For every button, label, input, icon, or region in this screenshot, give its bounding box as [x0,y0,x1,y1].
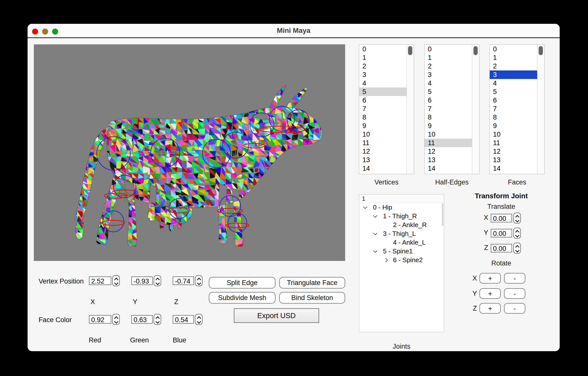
list-item[interactable]: 7 [359,105,407,113]
tree-item[interactable]: 4 - Ankle_L [359,238,444,247]
stepper-down-icon[interactable] [515,248,520,253]
stepper-down-icon[interactable] [114,281,119,285]
scrollbar-thumb[interactable] [539,46,543,55]
rotate-z-minus-button[interactable]: - [504,303,525,314]
list-item[interactable]: 13 [490,156,537,164]
vertices-list[interactable]: 0123456789101112131415 [359,44,414,174]
tree-item[interactable]: 3 - Thigh_L [359,229,444,238]
face-blue-field[interactable]: 0.54 [173,315,194,324]
chevron-down-icon[interactable] [363,205,367,209]
list-item[interactable]: 8 [490,113,537,122]
list-item[interactable]: 15 [425,173,472,174]
list-item[interactable]: 2 [425,62,472,70]
list-item[interactable]: 15 [359,173,407,174]
list-item[interactable]: 6 [359,96,407,105]
vertex-z-field[interactable]: -0.74 [173,276,194,285]
bind-skeleton-button[interactable]: Bind Skeleton [279,292,345,304]
scrollbar-thumb[interactable] [473,46,478,55]
list-item[interactable]: 9 [425,122,472,130]
stepper-down-icon[interactable] [197,281,201,285]
scrollbar-thumb[interactable] [408,46,412,55]
tree-scrollbar[interactable] [442,203,443,226]
list-item[interactable]: 10 [490,130,537,139]
tree-item[interactable]: 0 - Hip [359,203,444,212]
face-blue-stepper[interactable] [195,314,203,325]
list-item[interactable]: 10 [425,130,472,139]
list-item[interactable]: 11 [359,139,407,147]
stepper-down-icon[interactable] [197,320,201,324]
half-edges-scrollbar[interactable] [472,45,479,174]
vertex-y-stepper[interactable] [154,275,161,286]
list-item[interactable]: 7 [425,105,472,113]
list-item[interactable]: 3 [490,70,537,79]
face-red-stepper[interactable] [112,314,120,325]
rotate-y-minus-button[interactable]: - [504,288,525,299]
viewport-3d[interactable] [34,44,345,261]
joints-tree[interactable]: 1 0 - Hip1 - Thigh_R2 - Ankle_R3 - Thigh… [359,194,444,332]
list-item[interactable]: 5 [359,87,407,96]
list-item[interactable]: 14 [490,164,537,173]
tree-item[interactable]: 6 - Spine2 [359,256,444,264]
list-item[interactable]: 5 [425,87,472,96]
triangulate-face-button[interactable]: Triangulate Face [279,277,345,289]
vertex-x-stepper[interactable] [112,275,120,286]
list-item[interactable]: 5 [490,87,537,96]
list-item[interactable]: 13 [425,156,472,164]
translate-y-field[interactable]: 0.00 [491,229,512,237]
list-item[interactable]: 2 [359,62,407,70]
chevron-down-icon[interactable] [373,231,377,235]
list-item[interactable]: 0 [490,45,537,53]
tree-item[interactable]: 1 - Thigh_R [359,212,444,221]
vertex-y-field[interactable]: -0.93 [131,276,153,285]
list-item[interactable]: 8 [359,113,407,122]
list-item[interactable]: 15 [490,173,537,174]
translate-x-field[interactable]: 0.00 [491,214,512,222]
list-item[interactable]: 0 [425,45,472,53]
list-item[interactable]: 1 [425,53,472,62]
face-red-field[interactable]: 0.92 [89,315,111,324]
vertices-scrollbar[interactable] [407,45,414,174]
subdivide-mesh-button[interactable]: Subdivide Mesh [209,292,275,304]
list-item[interactable]: 12 [425,147,472,156]
face-green-stepper[interactable] [154,314,161,325]
list-item[interactable]: 4 [359,79,407,87]
list-item[interactable]: 4 [425,79,472,87]
list-item[interactable]: 7 [490,105,537,113]
stepper-down-icon[interactable] [515,218,520,223]
translate-z-field[interactable]: 0.00 [491,244,512,252]
faces-list[interactable]: 0123456789101112131415 [489,44,545,174]
list-item[interactable]: 0 [359,45,407,53]
list-item[interactable]: 11 [490,139,537,147]
vertex-x-field[interactable]: 2.52 [89,276,111,285]
rotate-x-plus-button[interactable]: + [479,273,501,284]
tree-item[interactable]: 5 - Spine1 [359,247,444,256]
stepper-down-icon[interactable] [515,233,520,238]
translate-z-stepper[interactable] [513,243,521,254]
list-item[interactable]: 8 [425,113,472,122]
list-item[interactable]: 6 [490,96,537,105]
list-item[interactable]: 9 [490,122,537,130]
stepper-down-icon[interactable] [114,320,119,324]
list-item[interactable]: 10 [359,130,407,139]
translate-y-stepper[interactable] [513,228,521,239]
list-item[interactable]: 13 [359,156,407,164]
face-green-field[interactable]: 0.63 [131,315,153,324]
stepper-down-icon[interactable] [156,320,160,324]
chevron-down-icon[interactable] [373,249,377,253]
half-edges-list[interactable]: 0123456789101112131415 [424,44,479,174]
list-item[interactable]: 1 [490,53,537,62]
stepper-down-icon[interactable] [156,281,160,285]
list-item[interactable]: 11 [425,139,472,147]
list-item[interactable]: 3 [359,70,407,79]
export-usd-button[interactable]: Export USD [234,308,319,323]
list-item[interactable]: 12 [490,147,537,156]
split-edge-button[interactable]: Split Edge [209,277,275,289]
list-item[interactable]: 4 [490,79,537,87]
list-item[interactable]: 9 [359,122,407,130]
tree-item[interactable]: 2 - Ankle_R [359,221,444,229]
list-item[interactable]: 1 [359,53,407,62]
rotate-x-minus-button[interactable]: - [504,273,525,284]
list-item[interactable]: 3 [425,70,472,79]
rotate-z-plus-button[interactable]: + [479,303,501,314]
rotate-y-plus-button[interactable]: + [479,288,501,299]
